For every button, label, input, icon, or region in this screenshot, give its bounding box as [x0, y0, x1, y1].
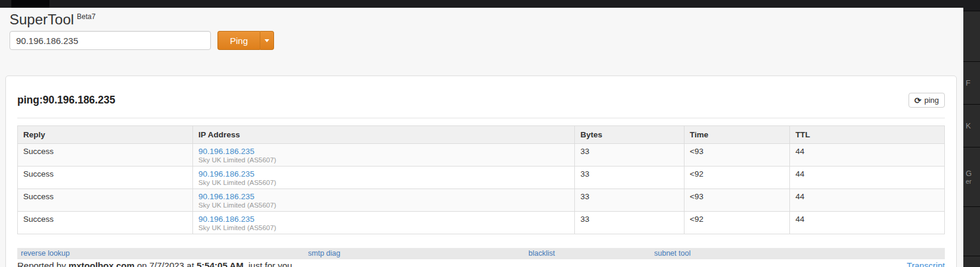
reported-row: Reported by mxtoolbox.com on 7/7/2023 at… [17, 260, 945, 267]
reverse-lookup-link[interactable]: reverse lookup [21, 249, 70, 257]
time-cell: <93 [684, 144, 789, 167]
ip-cell: 90.196.186.235 Sky UK Limited (AS5607) [193, 212, 575, 234]
chevron-down-icon [265, 39, 269, 42]
ttl-cell: 44 [790, 144, 945, 167]
table-header-row: Reply IP Address Bytes Time TTL [18, 126, 945, 144]
ping-results-table: Reply IP Address Bytes Time TTL Success … [17, 125, 945, 234]
reported-prefix: Reported by [17, 260, 69, 267]
sidebar-tile[interactable]: G er [963, 147, 980, 206]
ip-address-link[interactable]: 90.196.186.235 [198, 215, 254, 224]
sidebar-tile-label: er [966, 178, 980, 185]
ip-cell: 90.196.186.235 Sky UK Limited (AS5607) [193, 167, 575, 189]
sidebar-tile[interactable] [963, 11, 980, 61]
sidebar-tile-label: K [966, 121, 980, 130]
table-row: Success 90.196.186.235 Sky UK Limited (A… [18, 212, 945, 234]
ip-address-link[interactable]: 90.196.186.235 [198, 192, 254, 201]
reported-time: 5:54:05 AM [197, 260, 244, 267]
sidebar-tile-label: G [966, 169, 980, 178]
time-cell: <93 [684, 189, 789, 212]
ip-address-link[interactable]: 90.196.186.235 [198, 169, 254, 178]
column-header-bytes: Bytes [575, 126, 685, 144]
app-title: SuperTool [10, 11, 74, 27]
refresh-button-label: ping [924, 96, 939, 105]
ttl-cell: 44 [790, 212, 945, 234]
asn-label: Sky UK Limited (AS5607) [198, 224, 569, 231]
time-cell: <92 [684, 167, 789, 189]
transcript-link[interactable]: Transcript [907, 261, 945, 267]
column-header-ttl: TTL [790, 126, 945, 144]
blacklist-link[interactable]: blacklist [528, 249, 555, 257]
right-sidebar: F K G er [963, 0, 980, 267]
ttl-cell: 44 [790, 189, 945, 212]
table-row: Success 90.196.186.235 Sky UK Limited (A… [18, 167, 945, 189]
bytes-cell: 33 [575, 189, 685, 212]
column-header-time: Time [684, 126, 789, 144]
reply-cell: Success [18, 144, 193, 167]
lookup-input[interactable] [10, 31, 211, 50]
sidebar-tile[interactable] [963, 206, 980, 256]
ping-split-button: Ping [217, 31, 274, 50]
ping-dropdown-button[interactable] [260, 31, 274, 50]
table-row: Success 90.196.186.235 Sky UK Limited (A… [18, 144, 945, 167]
refresh-icon: ⟳ [914, 96, 922, 105]
bytes-cell: 33 [575, 144, 685, 167]
sidebar-tile-label: F [966, 78, 980, 87]
results-panel: ping:90.196.186.235 ⟳ ping Reply IP Addr… [5, 76, 957, 267]
top-nav-bar [0, 0, 980, 8]
result-title: ping:90.196.186.235 [17, 94, 115, 106]
sidebar-tile[interactable]: F [963, 61, 980, 104]
bytes-cell: 33 [575, 167, 685, 189]
ttl-cell: 44 [790, 167, 945, 189]
related-tools-bar: reverse lookup smtp diag blacklist subne… [17, 248, 945, 259]
asn-label: Sky UK Limited (AS5607) [198, 179, 569, 186]
top-nav-active-tab[interactable] [11, 0, 49, 8]
column-header-reply: Reply [18, 126, 193, 144]
panel-heading-row: ping:90.196.186.235 ⟳ ping [17, 76, 945, 118]
bytes-cell: 33 [575, 212, 685, 234]
sidebar-tile[interactable]: K [963, 104, 980, 147]
column-header-ip-address: IP Address [193, 126, 575, 144]
smtp-diag-link[interactable]: smtp diag [308, 249, 340, 257]
reported-source: mxtoolbox.com [69, 260, 135, 267]
refresh-ping-button[interactable]: ⟳ ping [909, 93, 945, 108]
ip-address-link[interactable]: 90.196.186.235 [198, 147, 254, 156]
app-header: SuperToolBeta7 [10, 11, 95, 28]
ip-cell: 90.196.186.235 Sky UK Limited (AS5607) [193, 144, 575, 167]
beta-badge: Beta7 [77, 12, 95, 21]
table-row: Success 90.196.186.235 Sky UK Limited (A… [18, 189, 945, 212]
ip-cell: 90.196.186.235 Sky UK Limited (AS5607) [193, 189, 575, 212]
ping-button[interactable]: Ping [217, 31, 260, 50]
sidebar-tile[interactable] [963, 256, 980, 267]
reported-suffix: , just for you. [244, 260, 295, 267]
asn-label: Sky UK Limited (AS5607) [198, 156, 569, 164]
reply-cell: Success [18, 167, 193, 189]
reported-text: Reported by mxtoolbox.com on 7/7/2023 at… [17, 260, 295, 267]
reported-middle: on 7/7/2023 at [135, 260, 197, 267]
subnet-tool-link[interactable]: subnet tool [654, 249, 690, 257]
time-cell: <92 [684, 212, 789, 234]
reply-cell: Success [18, 212, 193, 234]
reply-cell: Success [18, 189, 193, 212]
asn-label: Sky UK Limited (AS5607) [198, 202, 569, 209]
